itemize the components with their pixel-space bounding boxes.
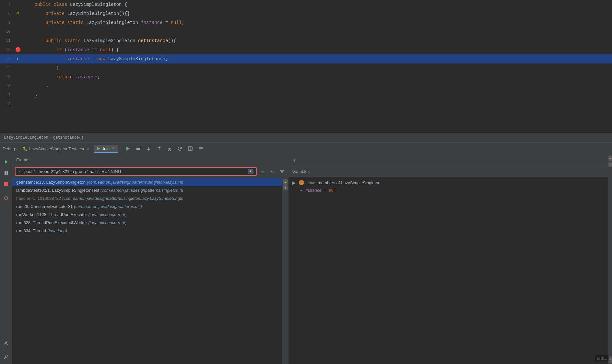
code-line-10: 10	[0, 27, 612, 36]
frames-label: Frames	[16, 157, 30, 162]
thread-selector-row: ✓ "pool-1-thread-2"@1,821 in group "main…	[12, 165, 288, 178]
side-btn-settings[interactable]	[2, 339, 11, 348]
btn-step-down[interactable]	[144, 144, 153, 153]
side-btn-resume[interactable]	[2, 157, 11, 166]
line-icon-7	[15, 0, 21, 9]
thread-scroll-up[interactable]	[259, 168, 266, 176]
btn-more[interactable]	[196, 144, 205, 153]
code-line-13: 13▶ instance = new LazySimpleSingleton()…	[0, 54, 612, 63]
line-icon-13: ▶	[15, 54, 21, 63]
line-icon-8: @	[15, 9, 21, 18]
frame-package-4: (java.util.concurrent)	[88, 212, 126, 217]
frame-method-2: handler:-1, 1016088722	[16, 196, 61, 201]
breadcrumb-method: getInstance()	[53, 135, 84, 140]
line-icon-10	[15, 27, 21, 36]
btn-resume-debugger[interactable]	[124, 144, 133, 153]
frames-scroll-down[interactable]: ▼	[283, 185, 288, 190]
tab-test[interactable]: ▶ :test ✕	[94, 145, 118, 153]
btn-step-out[interactable]	[155, 144, 164, 153]
tab-lazy-test-close[interactable]: ✕	[87, 147, 89, 151]
frame-package-1: (com.eamon.javadesignpatterns.singleton.…	[100, 188, 183, 193]
watermark: 亿课云	[595, 355, 609, 361]
var-expand-icon[interactable]: ▶	[292, 180, 298, 185]
btn-table[interactable]	[186, 144, 195, 153]
frame-item-5[interactable]: run:628, ThreadPoolExecutor$Worker (java…	[12, 219, 282, 227]
line-content-8: private LazySimpleSingleton(){}	[21, 9, 612, 18]
thread-label: "pool-1-thread-2"@1,821 in group "main":…	[23, 169, 246, 174]
line-content-14: }	[21, 63, 612, 73]
line-icon-18	[15, 100, 21, 109]
line-number-12: 12	[0, 45, 15, 54]
frame-item-4[interactable]: runWorker:1128, ThreadPoolExecutor (java…	[12, 210, 282, 219]
side-btn-pause[interactable]	[2, 168, 11, 177]
svg-rect-9	[5, 171, 6, 175]
right-scroll-down[interactable]: ▼	[608, 162, 612, 167]
line-content-10	[21, 27, 612, 36]
frames-scroll-up[interactable]: ▲	[283, 179, 288, 185]
line-number-9: 9	[0, 18, 15, 27]
svg-rect-2	[136, 149, 140, 150]
line-number-10: 10	[0, 27, 15, 36]
thread-check-icon: ✓	[18, 169, 21, 174]
frame-package-3: (com.eamon.javadesignpatterns.util)	[74, 204, 142, 209]
line-number-16: 16	[0, 82, 15, 91]
code-line-17: 17 }	[0, 91, 612, 100]
frames-scrollbar: ▲ ▼	[282, 178, 288, 364]
frames-container: getInstance:13, LazySimpleSingleton (com…	[12, 178, 288, 364]
tab-lazy-test[interactable]: 🐛 LazySimpleSingletonTest.test ✕	[19, 145, 93, 153]
frame-item-6[interactable]: run:834, Thread (java.lang)	[12, 227, 282, 235]
line-number-18: 18	[0, 100, 15, 109]
frame-method-6: run:834, Thread	[16, 228, 46, 233]
var-value-null: null	[329, 188, 335, 193]
code-line-12: 12🔴 if (instance == null) {	[0, 45, 612, 54]
line-content-12: if (instance == null) {	[21, 45, 612, 54]
frame-method-3: run:28, ConcurrentExecutor$1	[16, 204, 73, 209]
tab-test-icon: ▶	[97, 146, 100, 151]
thread-scroll-down[interactable]	[268, 168, 276, 176]
line-icon-15	[15, 73, 21, 82]
side-btn-pin[interactable]	[2, 352, 11, 361]
thread-filter[interactable]	[278, 168, 286, 176]
variables-list: ▶ s static members of LazySimpleSingleto…	[288, 177, 612, 364]
var-members-text: members of LazySimpleSingleton	[316, 180, 380, 185]
var-item-instance[interactable]: ∞ instance = null	[288, 187, 612, 194]
frame-item-2[interactable]: handler:-1, 1016088722 (com.eamon.javade…	[12, 194, 282, 202]
line-icon-11	[15, 36, 21, 45]
svg-rect-11	[4, 182, 8, 186]
tab-test-label: :test	[102, 146, 110, 151]
btn-step-over[interactable]	[134, 144, 143, 153]
debug-toolbar: Debug: 🐛 LazySimpleSingletonTest.test ✕ …	[0, 142, 612, 155]
side-btn-stop[interactable]	[2, 179, 11, 188]
var-eq-sign: =	[323, 188, 328, 193]
line-content-7: public class LazySimpleSingleton {	[21, 0, 612, 9]
frame-item-0[interactable]: getInstance:13, LazySimpleSingleton (com…	[12, 178, 282, 186]
breadcrumb-class: LazySimpleSingleton	[4, 135, 48, 140]
frame-method-1: lambda$test$0:21, LazySimpleSingletonTes…	[16, 188, 99, 193]
frames-list: getInstance:13, LazySimpleSingleton (com…	[12, 178, 282, 364]
thread-selector[interactable]: ✓ "pool-1-thread-2"@1,821 in group "main…	[15, 167, 257, 176]
line-content-18	[21, 100, 612, 109]
breadcrumb-separator: ›	[50, 135, 52, 140]
line-icon-14	[15, 63, 21, 73]
variables-add-btn[interactable]: +	[291, 157, 298, 164]
frame-method-4: runWorker:1128, ThreadPoolExecutor	[16, 212, 87, 217]
right-scroll-up[interactable]: ▲	[608, 155, 612, 161]
toolbar-separator-1	[121, 145, 121, 152]
code-line-11: 11 public static LazySimpleSingleton get…	[0, 36, 612, 45]
line-number-17: 17	[0, 91, 15, 100]
frame-item-1[interactable]: lambda$test$0:21, LazySimpleSingletonTes…	[12, 186, 282, 194]
var-name-instance: instance	[306, 188, 321, 193]
variables-panel: + Variables ▶ s static members of LazySi…	[288, 155, 612, 364]
line-number-15: 15	[0, 73, 15, 82]
svg-rect-0	[136, 147, 140, 147]
thread-dropdown-arrow[interactable]: ▼	[248, 169, 253, 174]
frame-item-3[interactable]: run:28, ConcurrentExecutor$1 (com.eamon.…	[12, 202, 282, 210]
frame-package-0: (com.eamon.javadesignpatterns.singleton.…	[87, 180, 183, 185]
var-item-static-members[interactable]: ▶ s static members of LazySimpleSingleto…	[288, 179, 612, 187]
btn-rerun[interactable]	[175, 144, 184, 153]
code-line-18: 18	[0, 100, 612, 109]
side-btn-rerun[interactable]	[2, 194, 11, 203]
tab-test-close[interactable]: ✕	[112, 146, 115, 151]
var-static-keyword: static	[305, 180, 315, 185]
btn-step-up2[interactable]	[165, 144, 174, 153]
